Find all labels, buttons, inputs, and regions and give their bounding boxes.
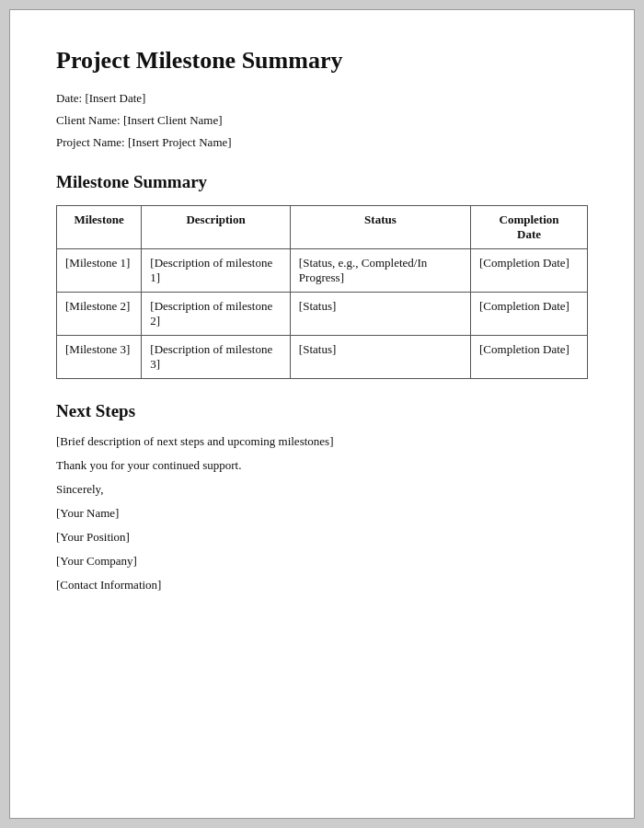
- milestone-cell-3: [Milestone 3]: [57, 336, 142, 379]
- milestone-cell-2: [Milestone 2]: [57, 293, 142, 336]
- col-header-milestone: Milestone: [57, 206, 142, 249]
- document-page: Project Milestone Summary Date: [Insert …: [9, 9, 635, 819]
- status-cell-2: [Status]: [290, 293, 470, 336]
- completion-cell-1: [Completion Date]: [471, 249, 588, 293]
- date-field: Date: [Insert Date]: [56, 91, 588, 106]
- description-cell-3: [Description of milestone 3]: [142, 336, 291, 379]
- table-row: [Milestone 1][Description of milestone 1…: [57, 249, 588, 293]
- closing-position: [Your Position]: [56, 530, 588, 545]
- milestone-section-heading: Milestone Summary: [56, 172, 588, 192]
- next-steps-heading: Next Steps: [56, 401, 588, 421]
- col-header-completion: CompletionDate: [471, 206, 588, 249]
- closing-contact: [Contact Information]: [56, 578, 588, 592]
- project-name-field: Project Name: [Insert Project Name]: [56, 135, 588, 150]
- table-row: [Milestone 2][Description of milestone 2…: [57, 293, 588, 336]
- next-steps-description: [Brief description of next steps and upc…: [56, 434, 588, 449]
- completion-cell-3: [Completion Date]: [471, 336, 588, 379]
- client-name-field: Client Name: [Insert Client Name]: [56, 113, 588, 128]
- document-title: Project Milestone Summary: [56, 47, 588, 75]
- col-header-description: Description: [142, 206, 291, 249]
- status-cell-3: [Status]: [290, 336, 470, 379]
- next-steps-section: Next Steps [Brief description of next st…: [56, 401, 588, 449]
- signature-block: Thank you for your continued support. Si…: [56, 458, 588, 592]
- closing-name: [Your Name]: [56, 506, 588, 521]
- closing-company: [Your Company]: [56, 554, 588, 569]
- milestone-cell-1: [Milestone 1]: [57, 249, 142, 293]
- completion-cell-2: [Completion Date]: [471, 293, 588, 336]
- description-cell-2: [Description of milestone 2]: [142, 293, 291, 336]
- closing-sincerely: Sincerely,: [56, 482, 588, 497]
- table-row: [Milestone 3][Description of milestone 3…: [57, 336, 588, 379]
- status-cell-1: [Status, e.g., Completed/In Progress]: [290, 249, 470, 293]
- col-header-status: Status: [290, 206, 470, 249]
- description-cell-1: [Description of milestone 1]: [142, 249, 291, 293]
- milestone-table: Milestone Description Status CompletionD…: [56, 205, 588, 379]
- closing-thanks: Thank you for your continued support.: [56, 458, 588, 473]
